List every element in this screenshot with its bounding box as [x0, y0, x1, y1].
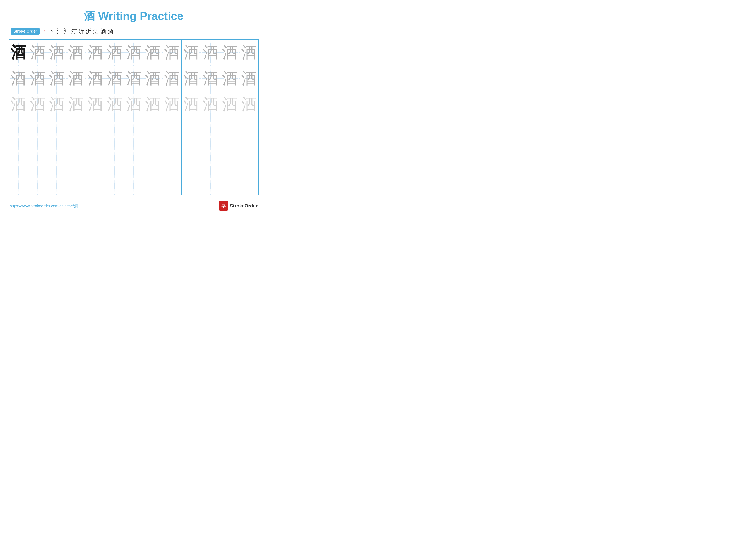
table-row[interactable]: 酒: [182, 91, 201, 117]
table-row[interactable]: 酒: [47, 65, 67, 91]
table-row[interactable]: [201, 143, 220, 169]
table-row[interactable]: 酒: [9, 65, 28, 91]
table-row[interactable]: 酒: [28, 65, 47, 91]
table-row[interactable]: [201, 117, 220, 143]
table-row[interactable]: 酒: [86, 65, 105, 91]
table-row[interactable]: 酒: [124, 91, 143, 117]
table-row[interactable]: [239, 143, 258, 169]
table-row[interactable]: 酒: [67, 39, 86, 65]
table-row[interactable]: 酒: [86, 39, 105, 65]
table-row[interactable]: 酒: [239, 91, 258, 117]
table-row[interactable]: 酒: [162, 39, 182, 65]
char-display: 酒: [30, 96, 45, 113]
char-display: 酒: [11, 44, 26, 61]
table-row[interactable]: [86, 143, 105, 169]
char-display: 酒: [11, 70, 26, 87]
grid-row-1: 酒 酒 酒 酒 酒 酒 酒 酒 酒 酒 酒 酒 酒: [9, 39, 258, 65]
char-display: 酒: [11, 96, 26, 113]
table-row[interactable]: [105, 143, 124, 169]
table-row[interactable]: [162, 143, 182, 169]
table-row[interactable]: 酒: [201, 39, 220, 65]
table-row[interactable]: 酒: [28, 91, 47, 117]
table-row[interactable]: 酒: [143, 65, 162, 91]
table-row[interactable]: 酒: [201, 91, 220, 117]
table-row[interactable]: 酒: [124, 65, 143, 91]
table-row[interactable]: 酒: [67, 91, 86, 117]
table-row[interactable]: 酒: [9, 91, 28, 117]
grid-row-5: [9, 143, 258, 169]
table-row[interactable]: [47, 117, 67, 143]
table-row[interactable]: 酒: [105, 65, 124, 91]
table-row[interactable]: 酒: [47, 91, 67, 117]
char-display: 酒: [88, 44, 103, 61]
table-row[interactable]: [239, 169, 258, 195]
table-row[interactable]: 酒: [9, 39, 28, 65]
char-display: 酒: [202, 44, 218, 61]
table-row[interactable]: [220, 169, 239, 195]
table-row[interactable]: 酒: [143, 39, 162, 65]
table-row[interactable]: [182, 169, 201, 195]
table-row[interactable]: 酒: [239, 39, 258, 65]
char-display: 酒: [241, 70, 257, 87]
table-row[interactable]: [9, 169, 28, 195]
table-row[interactable]: [105, 117, 124, 143]
table-row[interactable]: 酒: [239, 65, 258, 91]
char-display: 酒: [202, 96, 218, 113]
table-row[interactable]: [162, 117, 182, 143]
table-row[interactable]: [105, 169, 124, 195]
footer-url[interactable]: https://www.strokeorder.com/chinese/酒: [10, 203, 78, 209]
table-row[interactable]: 酒: [220, 91, 239, 117]
table-row[interactable]: [201, 169, 220, 195]
char-display: 酒: [183, 96, 199, 113]
table-row[interactable]: [162, 169, 182, 195]
table-row[interactable]: 酒: [162, 91, 182, 117]
table-row[interactable]: [9, 117, 28, 143]
table-row[interactable]: 酒: [86, 91, 105, 117]
table-row[interactable]: 酒: [105, 39, 124, 65]
table-row[interactable]: [28, 169, 47, 195]
table-row[interactable]: [239, 117, 258, 143]
table-row[interactable]: [86, 169, 105, 195]
table-row[interactable]: [124, 117, 143, 143]
table-row[interactable]: 酒: [220, 39, 239, 65]
table-row[interactable]: [124, 169, 143, 195]
char-display: 酒: [30, 70, 45, 87]
table-row[interactable]: [182, 143, 201, 169]
stroke-10: 酒: [108, 28, 113, 35]
table-row[interactable]: [47, 143, 67, 169]
table-row[interactable]: [47, 169, 67, 195]
table-row[interactable]: [143, 169, 162, 195]
table-row[interactable]: [67, 143, 86, 169]
table-row[interactable]: [143, 143, 162, 169]
table-row[interactable]: [220, 143, 239, 169]
table-row[interactable]: 酒: [162, 65, 182, 91]
char-display: 酒: [164, 70, 180, 87]
table-row[interactable]: [28, 143, 47, 169]
char-display: 酒: [88, 96, 103, 113]
char-display: 酒: [183, 70, 199, 87]
table-row[interactable]: 酒: [182, 39, 201, 65]
table-row[interactable]: [67, 117, 86, 143]
table-row[interactable]: [143, 117, 162, 143]
footer-logo: 字 StrokeOrder: [219, 201, 257, 211]
table-row[interactable]: 酒: [67, 65, 86, 91]
table-row[interactable]: [124, 143, 143, 169]
table-row[interactable]: [86, 117, 105, 143]
table-row[interactable]: [28, 117, 47, 143]
char-display: 酒: [164, 44, 180, 61]
table-row[interactable]: 酒: [182, 65, 201, 91]
table-row[interactable]: [67, 169, 86, 195]
table-row[interactable]: [9, 143, 28, 169]
table-row[interactable]: [220, 117, 239, 143]
table-row[interactable]: 酒: [143, 91, 162, 117]
table-row[interactable]: 酒: [201, 65, 220, 91]
stroke-6: 沂: [78, 28, 84, 35]
table-row[interactable]: 酒: [47, 39, 67, 65]
stroke-order-chars: 丶 丶 氵 氵 汀 沂 沂 洒 酒 酒: [42, 28, 113, 35]
char-display: 酒: [222, 70, 237, 87]
table-row[interactable]: 酒: [220, 65, 239, 91]
table-row[interactable]: [182, 117, 201, 143]
table-row[interactable]: 酒: [28, 39, 47, 65]
table-row[interactable]: 酒: [105, 91, 124, 117]
table-row[interactable]: 酒: [124, 39, 143, 65]
